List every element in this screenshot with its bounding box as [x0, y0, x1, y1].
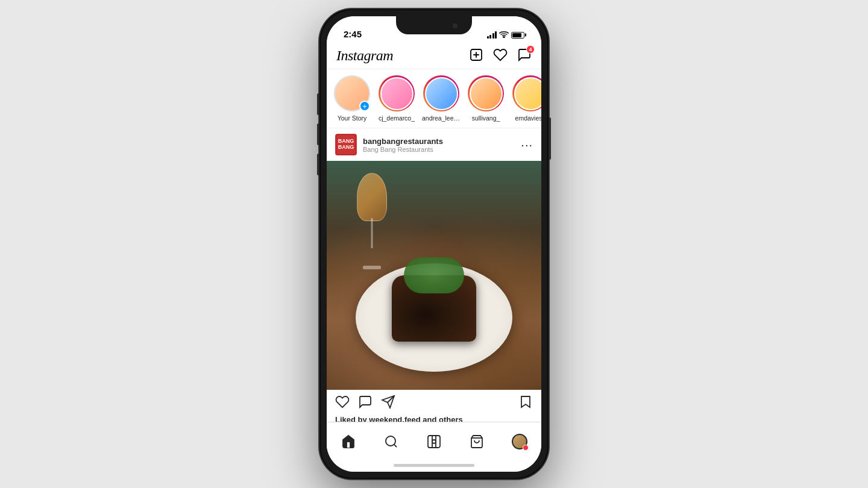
status-time: 2:45	[344, 29, 362, 39]
post-header: BANGBANG bangbangrestaurants Bang Bang R…	[327, 128, 541, 161]
svg-point-7	[386, 436, 395, 446]
share-button[interactable]	[381, 395, 395, 411]
profile-avatar	[512, 434, 527, 449]
story-avatar-wrap-emdavies	[512, 75, 541, 111]
story-ring-cj	[379, 75, 415, 111]
nav-home[interactable]	[335, 428, 362, 455]
post-user: BANGBANG bangbangrestaurants Bang Bang R…	[335, 134, 443, 155]
front-camera	[451, 22, 459, 30]
post-more-button[interactable]: ···	[521, 142, 533, 148]
phone-frame: 2:45	[319, 9, 549, 479]
your-story-item[interactable]: + Your Story	[333, 75, 371, 122]
story-avatar-wrap-andrea	[423, 75, 459, 111]
message-badge: 4	[526, 45, 535, 54]
battery-icon	[511, 32, 524, 39]
post-actions-left	[335, 395, 395, 411]
svg-point-0	[503, 37, 505, 38]
story-ring-emdavies	[512, 75, 541, 111]
story-avatar-andrea	[425, 77, 458, 110]
signal-icon	[487, 31, 497, 39]
story-avatar-sullivan	[470, 77, 503, 110]
story-item-cj[interactable]: cj_demarco_	[377, 75, 416, 122]
post-actions	[327, 390, 541, 415]
status-icons	[487, 31, 525, 39]
post-username[interactable]: bangbangrestaurants	[363, 137, 443, 146]
post-names: bangbangrestaurants Bang Bang Restaurant…	[363, 137, 443, 153]
save-button[interactable]	[518, 395, 533, 411]
your-story-label: Your Story	[333, 114, 371, 122]
story-item-sullivan[interactable]: sullivang_	[467, 75, 505, 122]
story-avatar-wrap-sullivan	[468, 75, 504, 111]
post-avatar-inner: BANGBANG	[336, 134, 356, 155]
story-item-andrea[interactable]: andrea_leema	[422, 75, 461, 122]
add-post-button[interactable]	[469, 48, 483, 64]
story-label-cj: cj_demarco_	[377, 114, 416, 122]
food-background	[327, 161, 541, 390]
header-icons: 4	[469, 48, 532, 64]
notch	[396, 16, 472, 34]
nav-shop[interactable]	[464, 428, 490, 455]
story-label-sullivan: sullivang_	[467, 114, 505, 122]
your-story-avatar-wrap: +	[334, 75, 370, 111]
post-subname: Bang Bang Restaurants	[363, 146, 443, 153]
svg-point-10	[432, 440, 436, 443]
comment-button[interactable]	[358, 395, 373, 411]
svg-line-8	[394, 445, 396, 447]
phone-screen: 2:45	[327, 16, 541, 472]
nav-profile[interactable]	[506, 428, 533, 455]
wine-glass	[357, 173, 387, 269]
story-label-emdavies: emdavies_	[511, 114, 541, 122]
nav-reels[interactable]	[421, 428, 447, 455]
svg-marker-6	[521, 396, 530, 407]
story-label-andrea: andrea_leema	[422, 114, 461, 122]
activity-button[interactable]	[493, 48, 508, 64]
story-ring-sullivan	[468, 75, 504, 111]
svg-rect-9	[428, 436, 440, 448]
garnish-element	[404, 257, 464, 293]
post-image	[327, 161, 541, 390]
wifi-icon	[499, 31, 509, 39]
instagram-header: Instagram	[327, 43, 541, 69]
messages-button[interactable]: 4	[517, 48, 532, 64]
post-avatar: BANGBANG	[335, 134, 357, 155]
instagram-logo: Instagram	[336, 48, 393, 64]
story-avatar-emdavies	[514, 77, 542, 110]
nav-search[interactable]	[378, 428, 404, 455]
story-item-emdavies[interactable]: emdavies_	[511, 75, 541, 122]
status-bar: 2:45	[327, 16, 541, 43]
story-avatar-wrap-cj	[379, 75, 415, 111]
home-indicator	[394, 464, 474, 467]
add-story-icon: +	[359, 101, 370, 111]
stories-row: + Your Story cj_demarco_	[327, 69, 541, 128]
story-ring-andrea	[423, 75, 459, 111]
like-button[interactable]	[335, 395, 350, 411]
story-avatar-cj	[380, 77, 414, 110]
